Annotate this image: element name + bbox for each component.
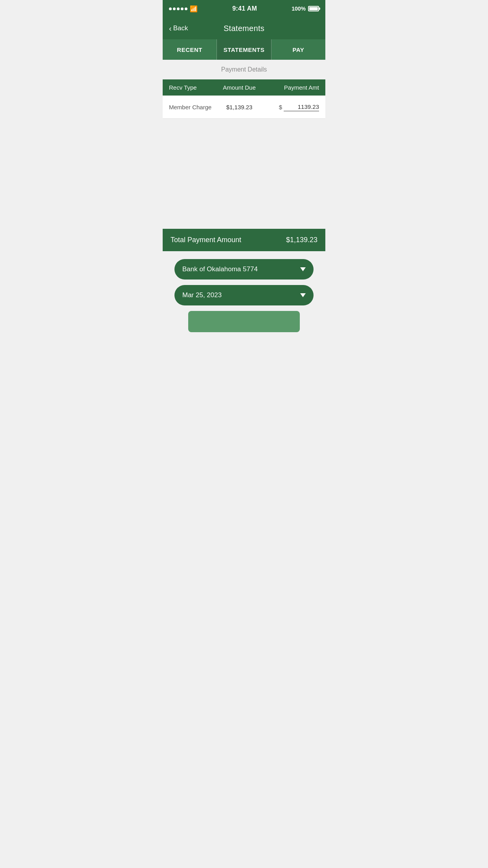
nav-title: Statements xyxy=(224,24,264,33)
signal-dot-5 xyxy=(185,7,187,10)
bank-dropdown[interactable]: Bank of Okalahoma 5774 xyxy=(174,259,314,280)
status-bar: 📶 9:41 AM 100% xyxy=(163,0,325,17)
section-header: Payment Details xyxy=(163,60,325,79)
status-left: 📶 xyxy=(169,5,198,13)
bank-dropdown-arrow-icon xyxy=(300,267,306,271)
cell-payment-amt: $ xyxy=(263,103,319,111)
tab-recent[interactable]: RECENT xyxy=(163,39,217,60)
submit-button[interactable] xyxy=(188,311,299,332)
battery-percent: 100% xyxy=(292,6,306,12)
status-right: 100% xyxy=(292,6,319,12)
nav-bar: ‹ Back Statements xyxy=(163,17,325,39)
header-recv-type: Recv Type xyxy=(169,84,216,91)
back-label: Back xyxy=(173,24,188,32)
status-time: 9:41 AM xyxy=(232,5,257,12)
battery-icon xyxy=(308,6,319,11)
tab-statements[interactable]: STATEMENTS xyxy=(217,39,271,60)
tab-statements-label: STATEMENTS xyxy=(224,46,264,53)
table-header: Recv Type Amount Due Payment Amt xyxy=(163,79,325,96)
signal-dot-1 xyxy=(169,7,172,10)
total-payment-label: Total Payment Amount xyxy=(171,236,241,244)
signal-dots xyxy=(169,7,187,10)
cell-amount-due: $1,139.23 xyxy=(216,104,262,110)
section-header-text: Payment Details xyxy=(221,66,267,73)
wifi-icon: 📶 xyxy=(190,5,198,13)
content-area xyxy=(163,119,325,229)
header-amount-due: Amount Due xyxy=(216,84,262,91)
signal-dot-2 xyxy=(173,7,176,10)
bottom-area: Bank of Okalahoma 5774 Mar 25, 2023 xyxy=(163,251,325,340)
bank-dropdown-label: Bank of Okalahoma 5774 xyxy=(182,265,258,273)
signal-dot-4 xyxy=(181,7,183,10)
payment-amount-input[interactable] xyxy=(284,103,319,111)
date-dropdown-arrow-icon xyxy=(300,293,306,297)
tab-bar: RECENT STATEMENTS PAY xyxy=(163,39,325,60)
tab-pay-label: PAY xyxy=(292,46,304,53)
total-bar: Total Payment Amount $1,139.23 xyxy=(163,229,325,251)
cell-recv-type: Member Charge xyxy=(169,104,216,110)
table-row: Member Charge $1,139.23 $ xyxy=(163,96,325,119)
back-chevron-icon: ‹ xyxy=(169,24,172,32)
battery-fill xyxy=(309,7,318,10)
signal-dot-3 xyxy=(177,7,180,10)
back-button[interactable]: ‹ Back xyxy=(169,24,188,32)
date-dropdown-label: Mar 25, 2023 xyxy=(182,291,222,299)
total-payment-value: $1,139.23 xyxy=(286,236,317,244)
header-payment-amt: Payment Amt xyxy=(263,84,319,91)
tab-recent-label: RECENT xyxy=(177,46,202,53)
tab-pay[interactable]: PAY xyxy=(272,39,325,60)
currency-symbol: $ xyxy=(279,104,282,110)
battery-body xyxy=(308,6,319,11)
date-dropdown[interactable]: Mar 25, 2023 xyxy=(174,285,314,305)
